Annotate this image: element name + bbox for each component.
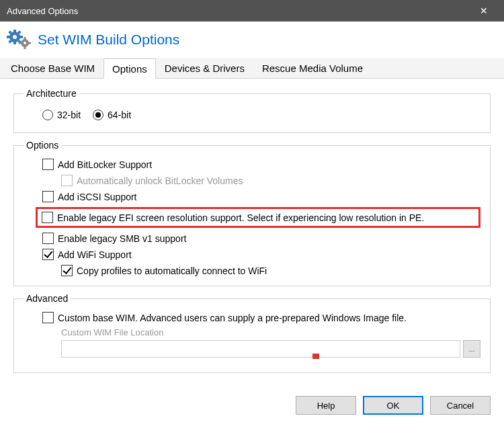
check-smb[interactable]: Enable legacy SMB v1 support xyxy=(24,233,480,244)
svg-rect-12 xyxy=(24,37,26,40)
check-autounlock: Automatically unlock BitLocker Volumes xyxy=(24,175,480,186)
window-title: Advanced Options xyxy=(7,6,470,16)
svg-rect-14 xyxy=(19,42,22,44)
radio-icon xyxy=(93,110,103,120)
button-bar: Help OK Cancel xyxy=(0,387,504,424)
svg-rect-15 xyxy=(28,42,31,44)
options-group: Options Add BitLocker Support Automatica… xyxy=(13,140,491,286)
checkbox-label: Enable legacy EFI screen resolution supp… xyxy=(57,212,424,223)
checkbox-label: Add iSCSI Support xyxy=(58,192,137,202)
tab-bar: Choose Base WIM Options Devices & Driver… xyxy=(0,58,504,79)
checkbox-icon xyxy=(42,312,54,323)
advanced-group: Advanced Custom base WIM. Advanced users… xyxy=(13,293,491,373)
svg-rect-4 xyxy=(7,36,10,38)
check-wifi[interactable]: Add WiFi Support xyxy=(24,249,480,260)
radio-64bit[interactable]: 64-bit xyxy=(93,110,131,120)
check-custom-wim[interactable]: Custom base WIM. Advanced users can supp… xyxy=(24,312,480,323)
checkbox-label: Add WiFi Support xyxy=(58,249,132,260)
svg-rect-13 xyxy=(24,46,26,49)
checkbox-icon xyxy=(61,175,73,186)
svg-rect-2 xyxy=(13,30,16,33)
checkbox-label: Custom base WIM. Advanced users can supp… xyxy=(58,313,407,323)
tab-rescue-media-volume[interactable]: Rescue Media Volume xyxy=(253,58,372,78)
checkbox-label: Copy profiles to automatically connect t… xyxy=(77,266,267,276)
tab-choose-base-wim[interactable]: Choose Base WIM xyxy=(2,58,103,78)
checkbox-label: Add BitLocker Support xyxy=(58,159,152,170)
check-bitlocker[interactable]: Add BitLocker Support xyxy=(24,159,480,170)
radio-label: 64-bit xyxy=(108,110,131,120)
gears-icon xyxy=(7,30,32,50)
help-button[interactable]: Help xyxy=(296,396,356,415)
checkbox-icon xyxy=(42,233,54,244)
tab-options[interactable]: Options xyxy=(103,58,156,79)
advanced-legend: Advanced xyxy=(24,293,71,304)
checkbox-icon xyxy=(42,212,53,223)
check-copy-profiles[interactable]: Copy profiles to automatically connect t… xyxy=(24,265,480,276)
cancel-button[interactable]: Cancel xyxy=(430,396,491,415)
ok-button[interactable]: OK xyxy=(363,396,423,415)
tab-devices-drivers[interactable]: Devices & Drivers xyxy=(156,58,253,78)
svg-point-11 xyxy=(24,42,26,44)
checkbox-icon xyxy=(42,249,54,260)
svg-point-1 xyxy=(13,35,17,39)
checkbox-icon xyxy=(42,159,54,170)
architecture-legend: Architecture xyxy=(24,88,79,99)
checkbox-icon xyxy=(42,191,54,202)
options-legend: Options xyxy=(24,140,61,151)
wim-location-input[interactable] xyxy=(61,340,460,358)
radio-icon xyxy=(42,110,53,120)
checkbox-label: Enable legacy SMB v1 support xyxy=(58,233,186,244)
check-iscsi[interactable]: Add iSCSI Support xyxy=(24,191,480,202)
annotation-marker xyxy=(312,354,319,359)
architecture-group: Architecture 32-bit 64-bit xyxy=(13,88,491,133)
checkbox-icon xyxy=(61,265,73,276)
radio-32bit[interactable]: 32-bit xyxy=(42,110,81,120)
content-area: Architecture 32-bit 64-bit Options Add B… xyxy=(0,79,504,387)
check-efi-highlighted[interactable]: Enable legacy EFI screen resolution supp… xyxy=(36,207,480,228)
checkbox-label: Automatically unlock BitLocker Volumes xyxy=(77,175,243,186)
svg-rect-5 xyxy=(19,36,23,38)
svg-rect-3 xyxy=(13,41,16,44)
radio-label: 32-bit xyxy=(57,110,81,120)
header: Set WIM Build Options xyxy=(0,22,504,58)
close-icon[interactable]: ✕ xyxy=(470,5,497,16)
wim-location-label: Custom WIM File Location xyxy=(24,327,480,337)
page-title: Set WIM Build Options xyxy=(38,32,179,48)
browse-button[interactable]: ... xyxy=(463,340,480,358)
titlebar: Advanced Options ✕ xyxy=(0,0,504,22)
